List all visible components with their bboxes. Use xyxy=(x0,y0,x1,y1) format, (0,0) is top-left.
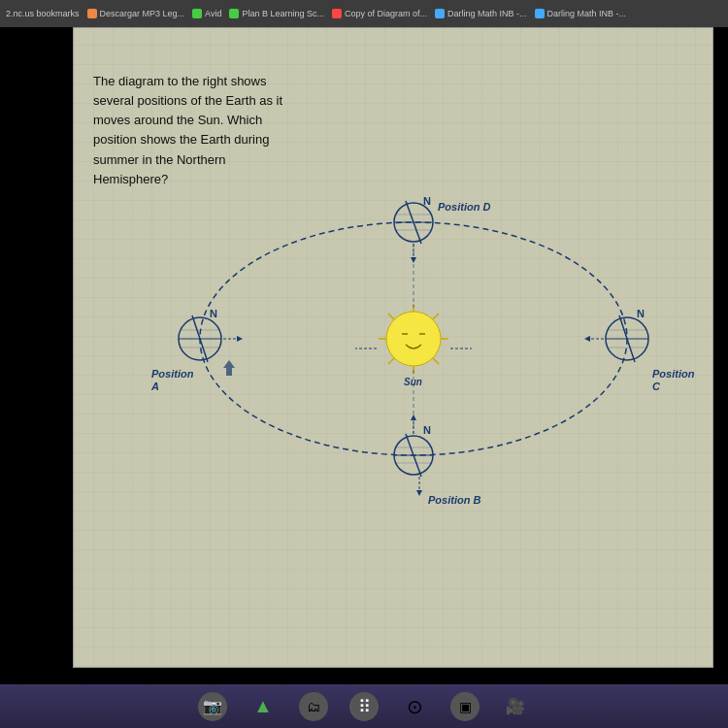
svg-line-29 xyxy=(433,358,439,364)
left-strip xyxy=(0,27,73,684)
bookmarks-label: 2.nc.us bookmarks xyxy=(6,9,80,18)
svg-text:N: N xyxy=(210,308,217,319)
svg-text:Position: Position xyxy=(151,368,194,380)
svg-text:A: A xyxy=(150,381,159,392)
svg-marker-17 xyxy=(237,336,243,342)
taskbar-dots-icon[interactable]: ⠿ xyxy=(349,692,379,721)
browser-bar: 2.nc.us bookmarks Descargar MP3 Leg... A… xyxy=(0,0,728,27)
svg-text:N: N xyxy=(423,424,431,436)
svg-line-28 xyxy=(388,358,394,364)
orbit-svg: N Position D N xyxy=(132,145,695,513)
tab-favicon-2 xyxy=(192,9,202,18)
taskbar-square-icon[interactable]: ▣ xyxy=(450,692,480,721)
taskbar: 📷 ▲ 🗂 ⠿ ⊙ ▣ 🎥 xyxy=(0,684,728,728)
tab-5[interactable]: Darling Math INB -... xyxy=(435,9,527,18)
main-content: The diagram to the right shows several p… xyxy=(73,27,713,668)
svg-text:N: N xyxy=(423,195,431,207)
taskbar-files-icon[interactable]: 🗂 xyxy=(299,692,328,721)
tab-3[interactable]: Plan B Learning Sc... xyxy=(229,9,324,18)
svg-line-27 xyxy=(433,314,439,319)
tab-favicon-3 xyxy=(229,9,239,18)
taskbar-camera-icon[interactable]: 📷 xyxy=(198,692,227,721)
taskbar-triangle-icon[interactable]: ▲ xyxy=(248,692,278,721)
svg-text:C: C xyxy=(652,381,661,392)
svg-text:Position: Position xyxy=(652,368,695,380)
svg-text:Position D: Position D xyxy=(438,201,490,213)
tab-2[interactable]: Avid xyxy=(192,9,221,18)
svg-line-26 xyxy=(388,314,394,319)
svg-point-21 xyxy=(386,312,441,366)
tab-favicon-5 xyxy=(435,9,445,18)
tab-4[interactable]: Copy of Diagram of... xyxy=(332,9,427,18)
taskbar-video-icon[interactable]: 🎥 xyxy=(501,692,530,721)
svg-marker-53 xyxy=(584,336,590,342)
tab-favicon-1 xyxy=(87,9,97,18)
svg-text:Position B: Position B xyxy=(428,494,480,506)
svg-marker-20 xyxy=(223,360,235,376)
tab-1[interactable]: Descargar MP3 Leg... xyxy=(87,9,185,18)
svg-text:Sun: Sun xyxy=(404,377,422,387)
svg-marker-44 xyxy=(416,490,422,496)
diagram: N Position D N xyxy=(132,145,695,513)
taskbar-chrome-icon[interactable]: ⊙ xyxy=(400,692,429,721)
tab-favicon-4 xyxy=(332,9,342,18)
svg-text:N: N xyxy=(637,308,645,319)
tab-6[interactable]: Darling Math INB -... xyxy=(535,9,627,18)
tab-favicon-6 xyxy=(535,9,545,18)
